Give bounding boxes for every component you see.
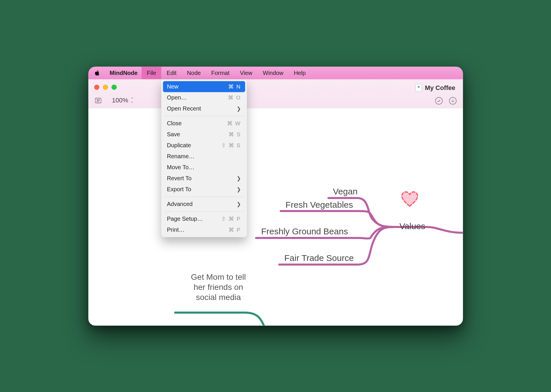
chevron-right-icon: ❯ — [237, 175, 241, 181]
caption-line-3: social media — [178, 292, 259, 302]
minimize-window-button[interactable] — [103, 84, 108, 90]
menu-item-shortcut: ⌘ O — [228, 94, 241, 101]
svg-point-4 — [452, 100, 452, 100]
menu-item-label: Export To — [167, 186, 191, 193]
apple-icon[interactable] — [93, 69, 102, 77]
close-window-button[interactable] — [94, 84, 99, 90]
node-fair-trade[interactable]: Fair Trade Source — [284, 253, 354, 263]
menu-item-shortcut: ⌘ S — [228, 131, 241, 138]
menu-item-shortcut: ⌘ W — [227, 120, 241, 127]
file-menu-item-duplicate[interactable]: Duplicate⇧ ⌘ S — [163, 140, 245, 151]
chevron-right-icon: ❯ — [237, 105, 241, 112]
outline-toggle-button[interactable] — [94, 97, 102, 104]
menubar: MindNode File Edit Node Format View Wind… — [88, 67, 463, 79]
file-menu-item-new[interactable]: New⌘ N — [163, 81, 245, 92]
status-check-icon[interactable] — [435, 97, 443, 104]
file-menu-item-export-to[interactable]: Export To❯ — [163, 184, 245, 195]
menu-item-label: Revert To — [167, 175, 191, 182]
mindmap-branches — [88, 108, 463, 325]
menu-window[interactable]: Window — [258, 67, 289, 79]
svg-point-5 — [453, 100, 454, 100]
file-menu-dropdown: New⌘ NOpen…⌘ OOpen Recent❯Close⌘ WSave⌘ … — [161, 79, 247, 237]
zoom-control[interactable]: 100% ⌃⌄ — [108, 95, 138, 105]
menu-help[interactable]: Help — [289, 67, 311, 79]
titlebar: My Coffee 100% ⌃⌄ — [88, 79, 463, 108]
file-menu-item-rename[interactable]: Rename… — [163, 151, 245, 162]
chevron-right-icon: ❯ — [237, 201, 241, 207]
caption-line-1: Get Mom to tell — [178, 272, 259, 282]
menu-separator — [164, 196, 244, 197]
mindmap-canvas[interactable]: Values Vegan Fresh Vegetables Freshly Gr… — [88, 108, 463, 325]
file-menu-item-open[interactable]: Open…⌘ O — [163, 92, 245, 103]
menu-item-shortcut: ⌘ P — [228, 227, 241, 233]
menu-item-shortcut: ⇧ ⌘ P — [221, 216, 241, 222]
node-social-media-caption[interactable]: Get Mom to tell her friends on social me… — [178, 272, 259, 302]
node-fresh-vegetables[interactable]: Fresh Vegetables — [285, 200, 353, 209]
menu-item-label: Rename… — [167, 153, 195, 160]
menu-item-label: Page Setup… — [167, 216, 203, 222]
node-vegan[interactable]: Vegan — [333, 186, 357, 196]
menu-separator — [164, 116, 244, 116]
app-name[interactable]: MindNode — [106, 67, 142, 79]
menu-format[interactable]: Format — [206, 67, 235, 79]
document-title: My Coffee — [416, 84, 455, 91]
menu-item-label: Move To… — [167, 164, 194, 171]
menu-file[interactable]: File — [142, 67, 161, 79]
menu-item-label: New — [167, 83, 178, 90]
menu-item-label: Duplicate — [167, 142, 191, 149]
file-menu-item-page-setup[interactable]: Page Setup…⇧ ⌘ P — [163, 213, 245, 224]
menu-separator — [164, 211, 244, 211]
menu-item-label: Open Recent — [167, 105, 201, 112]
menu-edit[interactable]: Edit — [161, 67, 182, 79]
file-menu-item-advanced[interactable]: Advanced❯ — [163, 198, 245, 209]
menu-item-label: Save — [167, 131, 180, 138]
menu-node[interactable]: Node — [182, 67, 206, 79]
file-menu-item-move-to[interactable]: Move To… — [163, 162, 245, 173]
document-title-label: My Coffee — [425, 84, 455, 91]
file-menu-item-revert-to[interactable]: Revert To❯ — [163, 173, 245, 184]
zoom-value: 100% — [112, 96, 128, 104]
menu-item-label: Open… — [167, 94, 187, 101]
file-menu-item-close[interactable]: Close⌘ W — [163, 118, 245, 129]
menu-item-label: Advanced — [167, 201, 193, 207]
caption-line-2: her friends on — [178, 282, 259, 292]
chevron-right-icon: ❯ — [237, 186, 241, 192]
sticker-smile-icon[interactable] — [449, 97, 456, 104]
file-menu-item-open-recent[interactable]: Open Recent❯ — [163, 103, 245, 114]
node-ground-beans[interactable]: Freshly Ground Beans — [261, 226, 348, 236]
menu-item-shortcut: ⇧ ⌘ S — [221, 142, 241, 149]
menu-view[interactable]: View — [235, 67, 258, 79]
document-icon — [416, 84, 422, 91]
menu-item-shortcut: ⌘ N — [228, 83, 241, 90]
fullscreen-window-button[interactable] — [111, 84, 117, 90]
window-controls — [94, 84, 117, 90]
app-window: MindNode File Edit Node Format View Wind… — [88, 67, 463, 325]
file-menu-item-save[interactable]: Save⌘ S — [163, 129, 245, 140]
file-menu-item-print[interactable]: Print…⌘ P — [163, 224, 245, 235]
menu-item-label: Print… — [167, 227, 185, 233]
heart-icon — [401, 191, 419, 208]
zoom-stepper-icon: ⌃⌄ — [130, 98, 134, 102]
node-values[interactable]: Values — [399, 221, 425, 231]
menu-item-label: Close — [167, 120, 182, 127]
